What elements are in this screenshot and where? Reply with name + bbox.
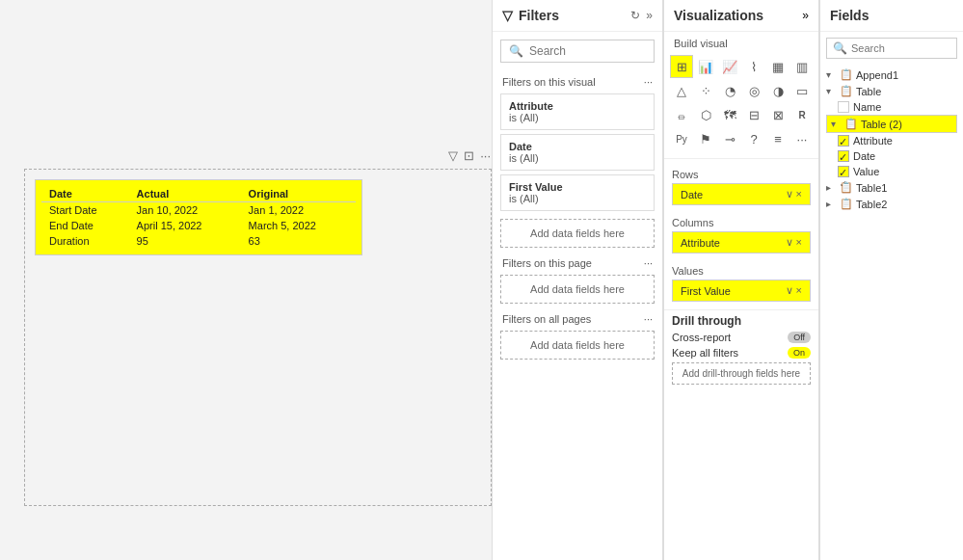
refresh-icon[interactable]: ↻: [630, 9, 640, 22]
table-icon: 📋: [844, 118, 858, 130]
filter-item[interactable]: First Valueis (All): [500, 174, 655, 211]
fields-search-box[interactable]: 🔍: [826, 38, 957, 59]
focus-icon[interactable]: ⊡: [464, 148, 474, 163]
fields-search-input[interactable]: [851, 42, 950, 54]
card-icon[interactable]: ▭: [790, 79, 814, 102]
table-icon: 📋: [840, 68, 853, 81]
field-tree-item[interactable]: ▾📋Append1: [826, 67, 957, 83]
field-tree-item[interactable]: ▸📋Table2: [826, 196, 957, 212]
field-group-item[interactable]: ✓Value: [838, 164, 957, 179]
filter-item[interactable]: Attributeis (All): [500, 93, 655, 130]
funnel-icon[interactable]: ⏛: [670, 103, 693, 126]
values-field-box[interactable]: First Value ∨ ×: [672, 280, 811, 302]
smart-narrative-icon[interactable]: ≡: [766, 127, 789, 150]
drill-through-title: Drill through: [672, 314, 811, 328]
visual-container[interactable]: ▽ ⊡ ··· Date Actual Original Start DateJ…: [24, 169, 492, 506]
more-visuals-icon[interactable]: ···: [790, 127, 814, 150]
keep-all-filters-toggle[interactable]: On: [788, 347, 811, 359]
qa-icon[interactable]: ?: [742, 127, 765, 150]
combo-chart-icon[interactable]: ⌇: [742, 55, 765, 78]
expand-icon[interactable]: ▸: [826, 199, 840, 209]
more-options-page-icon[interactable]: ···: [644, 257, 653, 269]
filter-item[interactable]: Dateis (All): [500, 134, 655, 171]
scatter-icon[interactable]: ⁘: [694, 79, 717, 102]
pie-icon[interactable]: ◔: [718, 79, 741, 102]
add-drill-through-btn[interactable]: Add drill-through fields here: [672, 362, 811, 385]
cross-report-toggle[interactable]: Off: [788, 332, 811, 343]
field-checkbox[interactable]: ✓: [838, 150, 849, 162]
cross-report-option: Cross-report Off: [672, 332, 811, 343]
shape-map-icon[interactable]: 🗺: [718, 103, 741, 126]
field-group-item[interactable]: Name: [838, 99, 957, 115]
stacked-col-icon[interactable]: ▥: [790, 55, 814, 78]
table-icon: 📋: [840, 85, 853, 97]
stacked-bar-icon[interactable]: ▦: [766, 55, 789, 78]
rows-section: Rows Date ∨ ×: [664, 165, 818, 213]
field-group: Name: [838, 99, 957, 115]
add-data-fields-visual[interactable]: Add data fields here: [500, 219, 655, 248]
key-influencers-icon[interactable]: ⚑: [694, 127, 717, 150]
field-tree-label: Table (2): [861, 119, 902, 130]
area-chart-icon[interactable]: △: [670, 79, 693, 102]
matrix-icon[interactable]: ⊠: [766, 103, 789, 126]
line-chart-icon[interactable]: 📈: [718, 55, 741, 78]
field-checkbox[interactable]: ✓: [838, 166, 849, 177]
viz-expand-icon[interactable]: »: [802, 9, 809, 22]
viz-title: Visualizations: [674, 8, 763, 23]
more-options-all-pages-icon[interactable]: ···: [644, 313, 653, 325]
field-tree-item[interactable]: ▾📋Table (2): [826, 115, 957, 133]
values-chevron-icon[interactable]: ∨: [786, 284, 793, 297]
field-group-item[interactable]: ✓Date: [838, 148, 957, 164]
expand-icon[interactable]: ▾: [831, 119, 844, 129]
values-remove-icon[interactable]: ×: [796, 284, 802, 297]
search-icon: 🔍: [509, 44, 523, 58]
rows-remove-icon[interactable]: ×: [796, 188, 802, 200]
cross-report-label: Cross-report: [672, 332, 731, 343]
bar-chart-icon[interactable]: 📊: [694, 55, 717, 78]
field-checkbox[interactable]: ✓: [838, 135, 849, 147]
drill-through-section: Drill through Cross-report Off Keep all …: [664, 309, 818, 388]
treemap-icon[interactable]: ⊟: [742, 103, 765, 126]
filters-search-box[interactable]: 🔍: [500, 40, 655, 63]
add-data-fields-page[interactable]: Add data fields here: [500, 275, 655, 304]
decomp-tree-icon[interactable]: ⊸: [718, 127, 741, 150]
field-tree-item[interactable]: ▾📋Table: [826, 83, 957, 99]
columns-field-box[interactable]: Attribute ∨ ×: [672, 231, 811, 253]
more-options-icon[interactable]: ···: [480, 148, 491, 163]
filter-funnel-icon: ▽: [502, 8, 513, 23]
table-cell: March 5, 2022: [241, 218, 356, 233]
expand-icon[interactable]: ▾: [826, 86, 840, 96]
columns-remove-icon[interactable]: ×: [796, 236, 802, 249]
r-icon[interactable]: R: [790, 103, 814, 126]
table-cell: Jan 10, 2022: [129, 202, 241, 219]
expand-icon[interactable]: »: [646, 9, 653, 22]
filter-item-title: First Value: [509, 181, 646, 193]
python-icon[interactable]: Py: [670, 127, 693, 150]
filters-search-input[interactable]: [529, 44, 646, 58]
gauge-icon[interactable]: ◑: [766, 79, 789, 102]
build-visual-label: Build visual: [664, 32, 818, 53]
table-cell: 95: [129, 233, 241, 249]
filters-on-page-label: Filters on this page ···: [493, 252, 662, 271]
table-cell: 63: [241, 233, 356, 249]
columns-chevron-icon[interactable]: ∨: [786, 236, 793, 249]
add-data-fields-all-pages[interactable]: Add data fields here: [500, 331, 655, 360]
field-group-item[interactable]: ✓Attribute: [838, 133, 957, 148]
map-icon[interactable]: ⬡: [694, 103, 717, 126]
table-viz-icon[interactable]: ⊞: [670, 55, 693, 78]
rows-value: Date: [681, 189, 703, 200]
donut-icon[interactable]: ◎: [742, 79, 765, 102]
rows-chevron-icon[interactable]: ∨: [786, 188, 793, 200]
field-tree-label: Table: [856, 86, 881, 97]
expand-icon[interactable]: ▾: [826, 69, 840, 80]
field-tree-item[interactable]: ▸📋Table1: [826, 179, 957, 196]
filters-on-visual-label: Filters on this visual ···: [493, 70, 662, 90]
filter-item-title: Attribute: [509, 100, 646, 112]
visual-toolbar: ▽ ⊡ ···: [448, 148, 491, 163]
table-cell: Start Date: [41, 202, 129, 219]
expand-icon[interactable]: ▸: [826, 182, 840, 193]
filter-icon[interactable]: ▽: [448, 148, 458, 163]
rows-field-box[interactable]: Date ∨ ×: [672, 183, 811, 205]
more-options-visual-icon[interactable]: ···: [644, 76, 653, 88]
field-checkbox[interactable]: [838, 101, 849, 113]
